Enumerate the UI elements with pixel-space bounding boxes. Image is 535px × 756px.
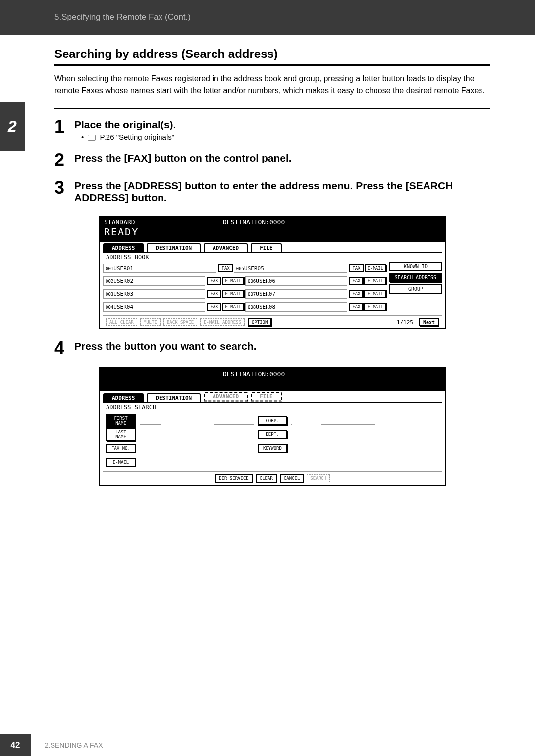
- email-button[interactable]: E-MAIL: [222, 290, 244, 298]
- tab-advanced[interactable]: ADVANCED: [204, 243, 248, 252]
- tab-destination[interactable]: DESTINATION: [147, 243, 201, 252]
- next-button[interactable]: Next: [419, 318, 439, 326]
- email-button[interactable]: E-MAIL: [364, 303, 386, 311]
- destination-count: DESTINATION:0000: [223, 218, 285, 226]
- email-button[interactable]: E-MAIL: [106, 458, 136, 467]
- step-bullet: P.26 "Setting originals": [81, 133, 490, 141]
- email-address-button[interactable]: E-MAIL ADDRESS: [200, 318, 245, 326]
- email-button[interactable]: E-MAIL: [222, 277, 244, 285]
- status-mode: STANDARD: [104, 218, 223, 226]
- page-number: 42: [0, 734, 31, 756]
- email-button[interactable]: E-MAIL: [365, 264, 387, 272]
- bottom-toolbar: DIR SERVICE CLEAR CANCEL SEARCH: [103, 471, 442, 485]
- step-number: 4: [54, 339, 74, 357]
- dept-field[interactable]: [291, 431, 405, 438]
- fax-button[interactable]: FAX: [218, 264, 232, 272]
- address-search-screen: DESTINATION:0000 ADDRESS DESTINATION ADV…: [99, 367, 446, 486]
- chapter-side-tab: 2: [0, 102, 25, 151]
- fax-button[interactable]: FAX: [349, 290, 363, 298]
- search-address-button[interactable]: SEARCH ADDRESS: [389, 273, 442, 282]
- email-button[interactable]: E-MAIL: [364, 290, 386, 298]
- entry-006[interactable]: 006USER06: [245, 276, 347, 286]
- lastname-field[interactable]: [140, 431, 254, 438]
- firstname-button[interactable]: FIRST NAME: [106, 414, 136, 428]
- search-button[interactable]: SEARCH: [307, 474, 330, 482]
- fax-button[interactable]: FAX: [207, 303, 221, 311]
- cancel-button[interactable]: CANCEL: [280, 474, 304, 483]
- lastname-button[interactable]: LAST NAME: [106, 428, 136, 441]
- multi-button[interactable]: MULTI: [140, 318, 160, 326]
- faxno-field[interactable]: [140, 444, 254, 452]
- email-button[interactable]: E-MAIL: [222, 303, 244, 311]
- faxno-button[interactable]: FAX NO.: [106, 444, 136, 453]
- step-number: 2: [54, 151, 74, 169]
- step-title: Press the [FAX] button on the control pa…: [74, 152, 490, 164]
- fax-button[interactable]: FAX: [207, 290, 221, 298]
- step-number: 3: [54, 179, 74, 206]
- email-field[interactable]: [140, 458, 254, 466]
- destination-count: DESTINATION:0000: [223, 370, 285, 378]
- email-button[interactable]: E-MAIL: [364, 277, 386, 285]
- status-empty: [104, 370, 223, 378]
- tabs-row: ADDRESS DESTINATION ADVANCED FILE: [100, 242, 445, 252]
- entry-007[interactable]: 007USER07: [245, 289, 347, 299]
- tab-address[interactable]: ADDRESS: [103, 393, 144, 402]
- fax-button[interactable]: FAX: [349, 264, 363, 272]
- fax-button[interactable]: FAX: [349, 277, 363, 285]
- tab-address[interactable]: ADDRESS: [103, 243, 144, 252]
- screen-statusbar: STANDARD DESTINATION:0000 READY: [100, 216, 445, 242]
- search-form: FIRST NAME CORP. LAST NAME DEPT. FAX NO.…: [103, 412, 442, 471]
- address-book-screen: STANDARD DESTINATION:0000 READY ADDRESS …: [99, 216, 446, 329]
- page-footer: 42 2.SENDING A FAX: [0, 734, 535, 756]
- breadcrumb: 5.Specifying the Remote Fax (Cont.): [54, 12, 191, 22]
- corp-field[interactable]: [291, 417, 405, 425]
- dept-button[interactable]: DEPT.: [258, 430, 287, 439]
- fax-button[interactable]: FAX: [207, 277, 221, 285]
- entry-004[interactable]: 004USER04: [103, 302, 205, 312]
- clear-button[interactable]: CLEAR: [256, 474, 277, 483]
- known-id-button[interactable]: KNOWN ID: [389, 262, 442, 271]
- section-intro: When selecting the remote Faxes register…: [54, 73, 490, 109]
- firstname-field[interactable]: [140, 417, 254, 425]
- all-clear-button[interactable]: ALL CLEAR: [106, 318, 137, 326]
- search-row: E-MAIL: [106, 455, 439, 469]
- step-title: Press the button you want to search.: [74, 340, 490, 352]
- address-book-body: 001USER01 FAX 005USER05 FAX E-MAIL 002US…: [100, 262, 445, 315]
- screen-subtitle: ADDRESS SEARCH: [103, 402, 442, 412]
- page-count: 1/125: [397, 319, 413, 325]
- tab-file[interactable]: FILE: [251, 243, 282, 252]
- step-1: 1 Place the original(s). P.26 "Setting o…: [54, 118, 490, 141]
- chapter-title: 2.SENDING A FAX: [45, 741, 103, 749]
- main-content: Searching by address (Search address) Wh…: [0, 35, 535, 486]
- step-title: Place the original(s).: [74, 119, 490, 131]
- backspace-button[interactable]: BACK SPACE: [163, 318, 197, 326]
- step-4: 4 Press the button you want to search.: [54, 339, 490, 357]
- keyword-field[interactable]: [291, 444, 405, 452]
- side-buttons: KNOWN ID SEARCH ADDRESS GROUP: [387, 262, 442, 313]
- corp-button[interactable]: CORP.: [258, 416, 287, 425]
- section-title: Searching by address (Search address): [54, 47, 490, 66]
- book-icon: [88, 135, 96, 141]
- address-row: 004USER04 FAX E-MAIL 008USER08 FAX E-MAI…: [103, 300, 387, 313]
- tab-file: FILE: [251, 392, 282, 402]
- search-row: LAST NAME DEPT.: [106, 428, 439, 441]
- keyword-button[interactable]: KEYWORD: [258, 444, 287, 453]
- address-list: 001USER01 FAX 005USER05 FAX E-MAIL 002US…: [103, 262, 387, 313]
- entry-003[interactable]: 003USER03: [103, 289, 205, 299]
- entry-001[interactable]: 001USER01: [103, 264, 216, 273]
- address-row: 003USER03 FAX E-MAIL 007USER07 FAX E-MAI…: [103, 287, 387, 300]
- tab-advanced: ADVANCED: [204, 392, 248, 402]
- group-button[interactable]: GROUP: [389, 284, 442, 294]
- fax-button[interactable]: FAX: [349, 303, 363, 311]
- entry-002[interactable]: 002USER02: [103, 276, 205, 286]
- ready-status: READY: [104, 226, 441, 238]
- bottom-toolbar: ALL CLEAR MULTI BACK SPACE E-MAIL ADDRES…: [103, 315, 442, 328]
- chapter-number: 2: [8, 117, 17, 136]
- entry-005[interactable]: 005USER05: [234, 264, 347, 273]
- step-3: 3 Press the [ADDRESS] button to enter th…: [54, 179, 490, 206]
- entry-008[interactable]: 008USER08: [245, 302, 347, 312]
- tab-destination[interactable]: DESTINATION: [147, 393, 201, 402]
- dir-service-button[interactable]: DIR SERVICE: [215, 474, 253, 483]
- option-button[interactable]: OPTION: [248, 318, 272, 326]
- screen-subtitle: ADDRESS BOOK: [103, 252, 442, 262]
